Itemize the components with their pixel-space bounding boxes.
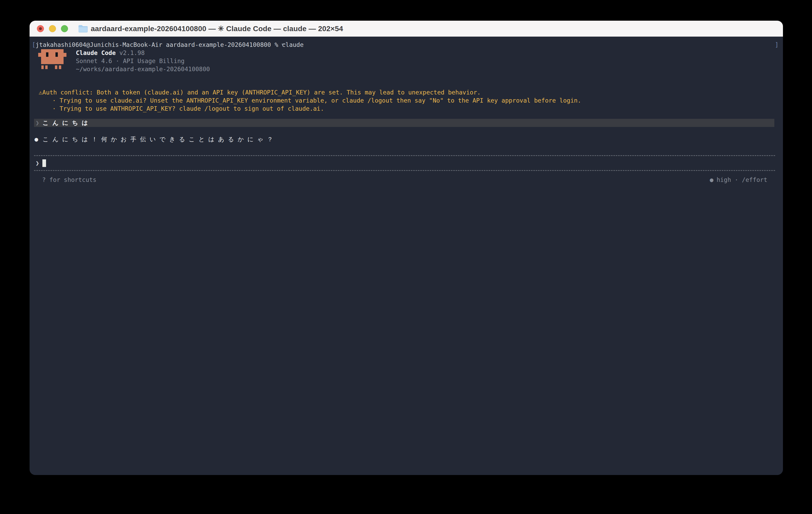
text-cursor <box>42 160 46 167</box>
folder-icon <box>78 25 88 32</box>
minimize-button[interactable] <box>49 25 56 32</box>
user-message-row: ❯ こんにちは <box>34 119 774 127</box>
terminal-content[interactable]: [jtakahashi0604@Junichis-MacBook-Air aar… <box>30 37 783 475</box>
model-billing-line: Sonnet 4.6 · API Usage Billing <box>76 57 210 65</box>
status-bar: ? for shortcuts ● high · /effort <box>30 176 783 184</box>
warning-line: · Trying to use ANTHROPIC_API_KEY? claud… <box>32 105 581 113</box>
mark-open-bracket: [ <box>32 41 36 48</box>
working-directory: ~/works/aardaard-example-202604100800 <box>76 65 210 73</box>
app-name: Claude Code <box>76 50 116 56</box>
traffic-lights <box>30 25 68 32</box>
user-chevron-icon: ❯ <box>36 119 39 127</box>
warning-line: · Trying to use claude.ai? Unset the ANT… <box>32 96 581 105</box>
startup-banner: Claude Code v2.1.98 Sonnet 4.6 · API Usa… <box>76 49 210 73</box>
banner-app-line: Claude Code v2.1.98 <box>76 49 210 57</box>
shortcuts-hint: ? for shortcuts <box>42 176 96 184</box>
effort-status: ● high · /effort <box>710 176 767 184</box>
title-group: aardaard-example-202604100800 — ✳ Claude… <box>78 24 343 33</box>
assistant-response-row: ● こんにちは！何かお手伝いできることはあるかにゃ？ <box>34 135 277 143</box>
titlebar[interactable]: aardaard-example-202604100800 — ✳ Claude… <box>30 21 783 37</box>
window-title: aardaard-example-202604100800 — ✳ Claude… <box>91 24 343 33</box>
effort-level-text: high · /effort <box>717 176 767 184</box>
terminal-window: aardaard-example-202604100800 — ✳ Claude… <box>30 21 783 475</box>
auth-conflict-warning: ⚠Auth conflict: Both a token (claude.ai)… <box>32 88 581 113</box>
shell-command-text: [jtakahashi0604@Junichis-MacBook-Air aar… <box>32 41 304 49</box>
close-button[interactable] <box>37 25 44 32</box>
input-chevron-icon: ❯ <box>36 159 39 167</box>
prompt-input[interactable]: ❯ <box>34 155 775 171</box>
claude-code-logo <box>38 49 66 69</box>
user-message-text: こんにちは <box>42 119 92 127</box>
edited-dot-icon <box>39 27 42 30</box>
shell-prompt-line: [jtakahashi0604@Junichis-MacBook-Air aar… <box>30 41 783 49</box>
response-bullet-icon: ● <box>34 135 38 143</box>
mark-close-bracket: ] <box>775 41 779 49</box>
command-mark-overline <box>282 44 285 45</box>
desktop-background: aardaard-example-202604100800 — ✳ Claude… <box>0 0 812 514</box>
assistant-response-text: こんにちは！何かお手伝いできることはあるかにゃ？ <box>42 135 277 143</box>
zoom-button[interactable] <box>61 25 68 32</box>
app-version: v2.1.98 <box>119 50 145 56</box>
warning-line: ⚠Auth conflict: Both a token (claude.ai)… <box>32 88 581 96</box>
effort-bullet-icon: ● <box>710 176 714 184</box>
